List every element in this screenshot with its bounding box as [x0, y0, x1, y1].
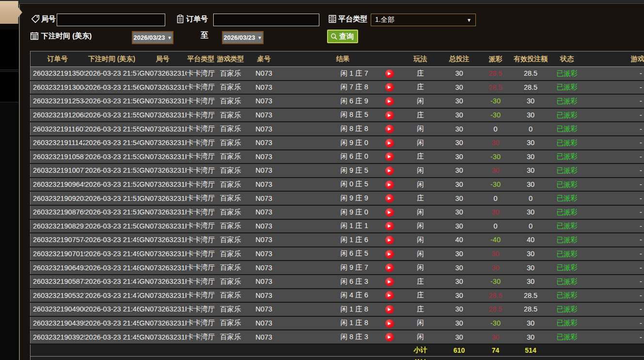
play-type-cell: 闲 [404, 205, 438, 219]
payout-cell: -30 [481, 178, 510, 192]
bet-time-cell: 2026-03-23 21:56:57 [85, 81, 139, 95]
payout-cell: -30 [481, 94, 510, 108]
replay-play-icon[interactable]: ▶ [385, 208, 394, 217]
game-type-cell: 百家乐 [216, 122, 246, 136]
app-root: 局号 订单号 平台类型 1.全部 ▼ 下注时间 (美东) 2026/03/23 … [0, 0, 644, 360]
column-header-2: 局号 [139, 51, 187, 67]
platform-cell: 卡卡湾厅 [187, 302, 216, 316]
result-text: 闲 9 庄 7 [341, 263, 369, 272]
total-bet-cell: 30 [438, 164, 481, 178]
table-row: 2603232191300452026-03-23 21:56:57GN0732… [31, 81, 644, 95]
total-bet-cell: 30 [438, 316, 481, 330]
game-type-cell: 百家乐 [216, 94, 246, 108]
game-type-cell: 百家乐 [216, 81, 246, 95]
replay-play-icon[interactable]: ▶ [385, 125, 394, 133]
date-from-select[interactable]: 2026/03/23 ▼ [132, 31, 173, 44]
bet-time-cell: 2026-03-23 21:49:13 [85, 247, 139, 261]
replay-play-icon[interactable]: ▶ [385, 194, 394, 203]
result-cell: 闲 9 庄 5▶ [283, 164, 404, 178]
result-cell: 闲 1 庄 8▶ [283, 302, 404, 316]
payout-cell: -40 [481, 233, 510, 247]
status-cell: 已派彩 [551, 247, 583, 261]
status-cell: 已派彩 [551, 302, 583, 316]
result-cell: 闲 1 庄 8▶ [283, 316, 404, 330]
bet-time-cell: 2026-03-23 21:57:33 [85, 67, 139, 81]
round-number-input[interactable] [57, 14, 165, 26]
total-bet-cell: 30 [438, 94, 481, 108]
play-type-cell: 闲 [404, 94, 438, 108]
order-number-cell: 260323219082914 [31, 219, 85, 233]
chevron-down-icon: ▼ [467, 17, 471, 23]
game-table-cell: - [583, 289, 644, 303]
replay-play-icon[interactable]: ▶ [385, 222, 394, 230]
replay-play-icon[interactable]: ▶ [385, 97, 394, 106]
valid-bet-cell: 30 [510, 205, 551, 219]
play-type-cell: 闲 [404, 233, 438, 247]
table-row: 2603232191206892026-03-23 21:55:42GN0732… [31, 108, 644, 122]
round-number-cell: GN073263231FK [139, 302, 187, 316]
top-strip [0, 0, 644, 4]
payout-cell: 28.5 [481, 67, 510, 81]
table-row: 2603232190532712026-03-23 21:47:07GN0732… [31, 289, 644, 303]
query-button[interactable]: 查询 [327, 30, 358, 43]
replay-play-icon[interactable]: ▶ [385, 69, 394, 78]
total-bet-cell: 40 [438, 233, 481, 247]
payout-cell: 30 [481, 247, 510, 261]
play-type-cell: 庄 [404, 67, 438, 81]
total-bet-cell: 30 [438, 191, 481, 205]
result-cell: 闲 9 庄 0▶ [283, 205, 404, 219]
status-cell: 已派彩 [551, 316, 583, 330]
payout-cell: 30 [481, 330, 510, 344]
table-number-cell: N073 [246, 150, 283, 164]
table-number-cell: N073 [246, 178, 283, 192]
replay-play-icon[interactable]: ▶ [385, 236, 394, 245]
valid-bet-cell: 30 [510, 178, 551, 192]
bet-time-cell: 2026-03-23 21:53:52 [85, 150, 139, 164]
platform-cell: 卡卡湾厅 [187, 233, 216, 247]
replay-play-icon[interactable]: ▶ [385, 111, 394, 120]
replay-play-icon[interactable]: ▶ [385, 139, 394, 147]
replay-play-icon[interactable]: ▶ [385, 166, 394, 175]
order-number-cell: 260323219043954 [31, 316, 85, 330]
total-bet-cell: 30 [438, 150, 481, 164]
replay-play-icon[interactable]: ▶ [385, 263, 394, 272]
game-table-cell: - [583, 330, 644, 344]
table-row: 2603232191058782026-03-23 21:53:52GN0732… [31, 150, 644, 164]
replay-play-icon[interactable]: ▶ [385, 319, 394, 328]
valid-bet-cell: 0 [510, 122, 551, 136]
replay-play-icon[interactable]: ▶ [385, 305, 394, 314]
round-number-cell: GN073263231FU [139, 164, 187, 178]
replay-play-icon[interactable]: ▶ [385, 83, 394, 92]
bet-time-cell: 2026-03-23 21:46:29 [85, 302, 139, 316]
table-row: 2603232190920362026-03-23 21:51:59GN0732… [31, 191, 644, 205]
order-number-input[interactable] [213, 14, 319, 26]
game-type-cell: 百家乐 [216, 289, 246, 303]
result-text: 闲 1 庄 7 [341, 69, 369, 78]
replay-play-icon[interactable]: ▶ [385, 333, 394, 342]
payout-cell: -30 [481, 108, 510, 122]
replay-play-icon[interactable]: ▶ [385, 180, 394, 189]
replay-play-icon[interactable]: ▶ [385, 278, 394, 286]
result-text: 闲 6 庄 3 [341, 277, 369, 286]
result-text: 闲 9 庄 9 [341, 194, 369, 203]
status-cell: 已派彩 [551, 122, 583, 136]
round-number-cell: GN073263231FI [139, 330, 187, 344]
replay-play-icon[interactable]: ▶ [385, 291, 394, 300]
payout-cell: 28.5 [481, 81, 510, 95]
date-to-select[interactable]: 2026/03/23 ▼ [222, 31, 264, 44]
platform-type-select[interactable]: 1.全部 ▼ [371, 14, 476, 26]
table-number-cell: N073 [246, 81, 283, 95]
payout-cell: 30 [481, 136, 510, 150]
payout-cell: 0 [481, 122, 510, 136]
bet-records-table: 订单号下注时间 (美东)局号平台类型游戏类型桌号结果玩法总投注派彩有效投注额状态… [30, 51, 644, 360]
platform-cell: 卡卡湾厅 [187, 178, 216, 192]
play-type-cell: 闲 [404, 261, 438, 275]
table-number-cell: N073 [246, 191, 283, 205]
result-cell: 闲 8 庄 3▶ [283, 330, 404, 344]
round-number-cell: GN073263231FN [139, 261, 187, 275]
search-icon [330, 33, 338, 40]
replay-play-icon[interactable]: ▶ [385, 152, 394, 161]
column-header-5: 桌号 [246, 51, 283, 67]
replay-play-icon[interactable]: ▶ [385, 250, 394, 259]
result-cell: 闲 6 庄 3▶ [283, 275, 404, 289]
